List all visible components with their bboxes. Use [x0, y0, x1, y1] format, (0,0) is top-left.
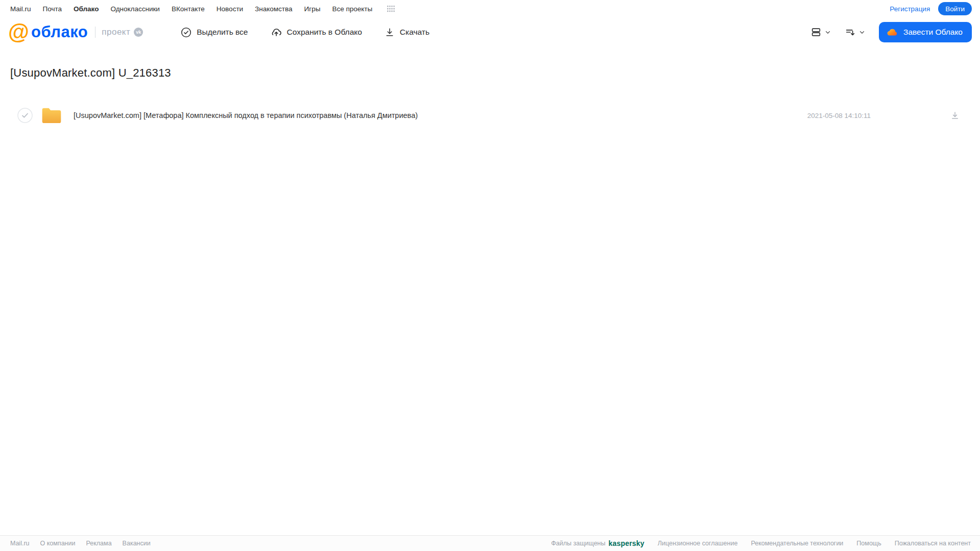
page-footer: Mail.ru О компании Реклама Вакансии Файл… — [0, 535, 980, 551]
cloud-upload-icon — [271, 27, 282, 38]
nav-link-igry[interactable]: Игры — [304, 5, 321, 13]
registration-link[interactable]: Регистрация — [890, 5, 930, 13]
portal-nav-right: Регистрация Войти — [890, 2, 972, 15]
portal-nav: Mail.ru Почта Облако Одноклассники ВКонт… — [0, 0, 980, 17]
cloud-icon — [886, 26, 898, 38]
select-all-button[interactable]: Выделить все — [181, 27, 248, 38]
file-name-link[interactable]: [UsupovMarket.com] [Метафора] Комплексны… — [74, 111, 418, 119]
footer-link-help[interactable]: Помощь — [856, 540, 881, 547]
create-cloud-button[interactable]: Завести Облако — [879, 22, 972, 42]
footer-link-report[interactable]: Пожаловаться на контент — [895, 540, 971, 547]
nav-link-pochta[interactable]: Почта — [43, 5, 62, 13]
nav-link-vkontakte[interactable]: ВКонтакте — [172, 5, 205, 13]
nav-link-odnoklassniki[interactable]: Одноклассники — [110, 5, 159, 13]
view-mode-dropdown[interactable] — [810, 27, 831, 38]
footer-right-links: Файлы защищены kaspersky Лицензионное со… — [551, 539, 971, 547]
footer-link-license[interactable]: Лицензионное соглашение — [658, 540, 738, 547]
footer-link-mailru[interactable]: Mail.ru — [10, 540, 30, 547]
file-toolbar: Выделить все Сохранить в Облако Скачать — [181, 27, 429, 38]
download-label: Скачать — [400, 28, 429, 37]
row-checkbox[interactable] — [17, 108, 33, 123]
main-content: [UsupovMarket.com] U_216313 [UsupovMarke… — [0, 66, 980, 126]
footer-link-jobs[interactable]: Вакансии — [123, 540, 151, 547]
chevron-down-icon — [858, 29, 866, 36]
protected-label: Файлы защищены — [551, 540, 605, 547]
download-icon — [385, 27, 395, 37]
footer-link-recommendations[interactable]: Рекомендательные технологии — [751, 540, 843, 547]
header-right-controls: Завести Облако — [810, 22, 972, 42]
row-download-icon[interactable] — [950, 111, 960, 120]
nav-link-mailru[interactable]: Mail.ru — [10, 5, 31, 13]
vk-badge-icon: vk — [134, 28, 143, 37]
chevron-down-icon — [824, 29, 831, 36]
folder-icon — [41, 107, 62, 124]
login-button[interactable]: Войти — [938, 2, 972, 15]
cloud-header: @ облако проект vk Выделить все Сохранит… — [0, 17, 980, 47]
nav-link-vse-proekty[interactable]: Все проекты — [332, 5, 372, 13]
kaspersky-logo[interactable]: kaspersky — [608, 539, 644, 547]
download-button[interactable]: Скачать — [385, 27, 429, 37]
sort-dropdown[interactable] — [845, 27, 866, 38]
page-title: [UsupovMarket.com] U_216313 — [10, 66, 980, 80]
view-list-icon — [810, 27, 822, 38]
file-row[interactable]: [UsupovMarket.com] [Метафора] Комплексны… — [10, 105, 980, 126]
logo-divider — [95, 27, 95, 38]
footer-left-links: Mail.ru О компании Реклама Вакансии — [10, 540, 151, 547]
nav-link-oblako[interactable]: Облако — [74, 5, 99, 13]
project-label: проект — [102, 27, 130, 37]
portal-nav-links: Mail.ru Почта Облако Одноклассники ВКонт… — [10, 5, 395, 13]
footer-link-company[interactable]: О компании — [40, 540, 76, 547]
mailru-at-icon: @ — [8, 21, 29, 43]
cloud-logo-text: облако — [31, 23, 88, 41]
nav-link-znakomstva[interactable]: Знакомства — [255, 5, 292, 13]
file-date: 2021-05-08 14:10:11 — [807, 112, 871, 119]
create-cloud-label: Завести Облако — [903, 28, 963, 37]
all-projects-grid-icon[interactable] — [387, 6, 395, 12]
save-to-cloud-button[interactable]: Сохранить в Облако — [271, 27, 362, 38]
sort-icon — [845, 27, 856, 38]
save-to-cloud-label: Сохранить в Облако — [287, 28, 362, 37]
kaspersky-protection: Файлы защищены kaspersky — [551, 539, 644, 547]
select-all-label: Выделить все — [197, 28, 248, 37]
nav-link-novosti[interactable]: Новости — [217, 5, 243, 13]
footer-link-ads[interactable]: Реклама — [86, 540, 111, 547]
check-circle-icon — [181, 27, 192, 38]
cloud-logo[interactable]: @ облако проект vk — [8, 21, 143, 43]
